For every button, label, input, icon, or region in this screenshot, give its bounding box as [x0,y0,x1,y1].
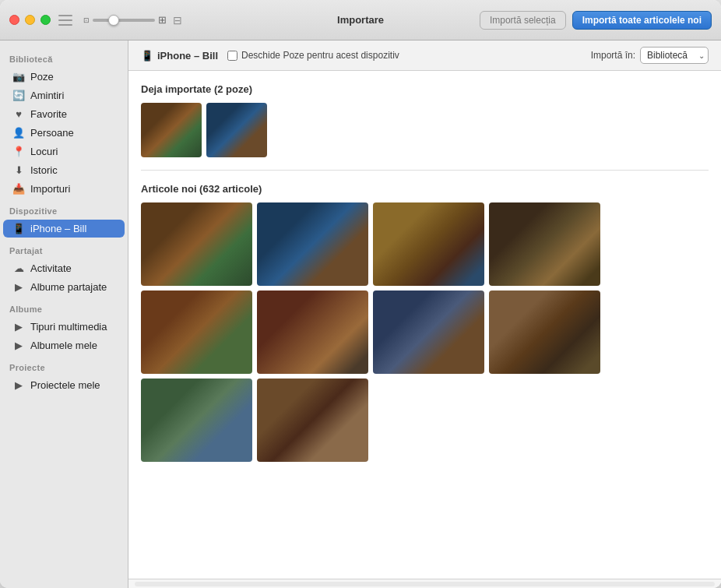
sidebar-item-persoane[interactable]: 👤 Persoane [3,124,125,142]
open-photos-checkbox-label[interactable]: Deschide Poze pentru acest dispozitiv [227,50,399,61]
sidebar-item-albume-partajate[interactable]: ▶ Albume partajate [3,278,125,296]
close-button[interactable] [9,15,19,25]
heart-icon: ♥ [12,108,25,120]
library-dropdown[interactable]: Bibliotecă Album nou [640,47,709,64]
sidebar-item-label: Persoane [30,127,115,139]
device-name-display: 📱 iPhone – Bill [141,50,218,62]
import-icon: 📥 [12,183,25,195]
import-to-control: Importă în: Bibliotecă Album nou ⌄ [591,47,709,64]
sidebar-item-favorite[interactable]: ♥ Favorite [3,105,125,123]
person-icon: 👤 [12,127,25,139]
sidebar-item-iphone-bill[interactable]: 📱 iPhone – Bill [3,220,125,238]
list-item[interactable] [141,379,252,462]
sidebar-item-proiectele-mele[interactable]: ▶ Proiectele mele [3,376,125,394]
import-all-button[interactable]: Importă toate articolele noi [572,11,712,30]
list-item[interactable] [373,202,484,286]
list-item[interactable] [141,103,202,157]
phone-icon: 📱 [141,50,153,62]
list-item[interactable] [257,379,368,462]
list-item[interactable] [257,202,368,286]
sidebar-item-label: Activitate [30,262,115,274]
section-label-partajat: Partajat [0,238,128,259]
zoom-slider[interactable] [93,19,155,22]
section-divider [141,170,709,171]
pin-icon: 📍 [12,146,25,157]
sidebar-item-albumele-mele[interactable]: ▶ Albumele mele [3,336,125,354]
sidebar-item-label: iPhone – Bill [30,223,115,234]
phone-icon: 📱 [12,223,25,234]
scrollbar-track [135,582,715,586]
already-imported-heading: Deja importate (2 poze) [141,83,709,95]
horizontal-scrollbar [128,579,721,588]
sidebar-item-label: Favorite [30,108,115,120]
zoom-in-icon: ⊞ [158,14,167,26]
list-item[interactable] [257,290,368,374]
titlebar-controls: ⊡ ⊞ ⊟ [58,14,182,26]
device-bar: 📱 iPhone – Bill Deschide Poze pentru ace… [128,40,721,71]
scroll-content[interactable]: Deja importate (2 poze) Articole noi (63… [128,71,721,579]
main-layout: Bibliotecă 📷 Poze 🔄 Amintiri ♥ Favorite … [0,40,721,588]
sidebar-item-locuri[interactable]: 📍 Locuri [3,143,125,160]
new-items-heading: Articole noi (632 articole) [141,183,709,195]
window-title: Importare [337,14,384,26]
already-imported-grid [141,103,709,157]
sidebar-item-label: Tipuri multimedia [30,321,115,333]
import-to-label: Importă în: [591,50,635,61]
open-photos-label: Deschide Poze pentru acest dispozitiv [241,50,399,61]
maximize-button[interactable] [40,15,51,25]
sidebar-item-poze[interactable]: 📷 Poze [3,68,125,86]
cloud-icon: ☁ [12,262,25,274]
list-item[interactable] [141,202,252,286]
section-label-albume: Albume [0,297,128,317]
list-item[interactable] [206,103,267,157]
sidebar-item-label: Amintiri [30,90,115,101]
sidebar-item-activitate[interactable]: ☁ Activitate [3,259,125,277]
chevron-right-icon: ▶ [12,340,25,351]
sidebar-item-label: Istoric [30,164,115,176]
sidebar: Bibliotecă 📷 Poze 🔄 Amintiri ♥ Favorite … [0,40,128,588]
library-dropdown-wrapper: Bibliotecă Album nou ⌄ [640,47,709,64]
sidebar-item-istoric[interactable]: ⬇ Istoric [3,161,125,179]
open-photos-checkbox[interactable] [227,51,237,61]
main-window: ⊡ ⊞ ⊟ Importare Importă selecția Importă… [0,0,721,588]
section-label-biblioteca: Bibliotecă [0,47,128,67]
sidebar-item-label: Proiectele mele [30,379,115,391]
list-item[interactable] [489,290,600,374]
camera-icon: 📷 [12,71,25,83]
sidebar-item-tipuri-multimedia[interactable]: ▶ Tipuri multimedia [3,318,125,336]
traffic-lights [9,15,51,25]
list-item[interactable] [141,290,252,374]
download-icon: ⬇ [12,164,25,176]
zoom-out-icon: ⊡ [83,16,90,24]
import-selection-button[interactable]: Importă selecția [480,11,566,30]
sidebar-item-amintiri[interactable]: 🔄 Amintiri [3,86,125,104]
section-label-proiecte: Proiecte [0,355,128,375]
split-view-icon[interactable]: ⊟ [173,14,182,26]
chevron-right-icon: ▶ [12,281,25,293]
chevron-right-icon: ▶ [12,321,25,333]
titlebar-right: Importă selecția Importă toate articolel… [480,11,712,30]
memories-icon: 🔄 [12,90,25,101]
device-name-label: iPhone – Bill [157,50,218,62]
content-area: 📱 iPhone – Bill Deschide Poze pentru ace… [128,40,721,588]
list-item[interactable] [489,202,600,286]
sidebar-item-importuri[interactable]: 📥 Importuri [3,180,125,198]
sidebar-item-label: Locuri [30,146,115,157]
zoom-slider-container: ⊡ ⊞ [83,14,167,26]
list-item[interactable] [373,290,484,374]
sidebar-item-label: Albumele mele [30,340,115,351]
minimize-button[interactable] [25,15,35,25]
sidebar-item-label: Albume partajate [30,281,115,293]
section-label-dispozitive: Dispozitive [0,199,128,219]
sidebar-toggle-button[interactable] [58,15,72,26]
sidebar-item-label: Importuri [30,183,115,195]
titlebar: ⊡ ⊞ ⊟ Importare Importă selecția Importă… [0,0,721,40]
sidebar-item-label: Poze [30,71,115,83]
chevron-right-icon: ▶ [12,379,25,391]
new-items-grid [141,202,709,462]
